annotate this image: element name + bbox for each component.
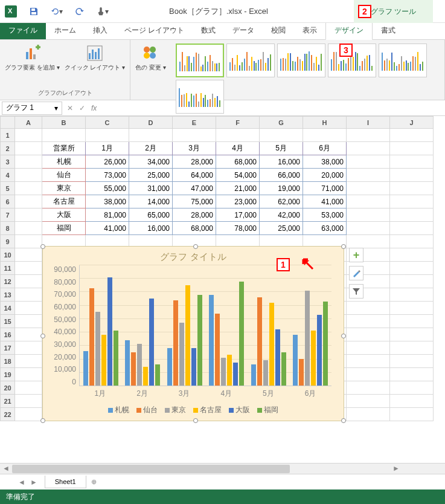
sheet-nav-prev-icon[interactable]: ◄: [18, 478, 25, 486]
chart-bar[interactable]: [281, 352, 286, 386]
chart-bar[interactable]: [137, 344, 142, 386]
cell[interactable]: [390, 129, 434, 142]
cell[interactable]: [347, 315, 390, 328]
cell[interactable]: [15, 208, 42, 222]
row-header[interactable]: 4: [1, 169, 15, 182]
worksheet-grid[interactable]: ABCDEFGHIJ12営業所1月2月3月4月5月6月3札幌26,00034,0…: [0, 116, 445, 463]
column-header[interactable]: B: [42, 117, 86, 129]
column-header[interactable]: F: [216, 117, 260, 129]
cell[interactable]: [260, 129, 303, 142]
chart-bar[interactable]: [114, 331, 118, 386]
chart-styles-button[interactable]: [349, 266, 363, 280]
chart-style-thumb[interactable]: [176, 80, 224, 114]
chart-bar[interactable]: [323, 302, 328, 386]
chart-bar[interactable]: [179, 323, 184, 386]
cell[interactable]: 64,000: [173, 169, 216, 182]
selection-handle[interactable]: [341, 244, 346, 249]
row-header[interactable]: 9: [1, 235, 15, 248]
chart-bar[interactable]: [251, 364, 256, 386]
cell[interactable]: 42,000: [260, 208, 303, 222]
row-header[interactable]: 10: [1, 248, 15, 262]
cell[interactable]: [390, 408, 434, 421]
enter-icon[interactable]: ✓: [79, 104, 85, 112]
cell[interactable]: 名古屋: [42, 195, 86, 208]
excel-app-icon[interactable]: [5, 5, 17, 18]
new-sheet-button[interactable]: ⊕: [86, 476, 101, 488]
row-header[interactable]: 3: [1, 155, 15, 169]
cell[interactable]: 21,000: [216, 182, 260, 195]
row-header[interactable]: 17: [1, 341, 15, 355]
quick-layout-button[interactable]: クイック レイアウト ▾: [63, 42, 127, 73]
tab-page-layout[interactable]: ページ レイアウト: [116, 22, 193, 39]
chart-bar[interactable]: [131, 352, 136, 386]
chart-bar[interactable]: [317, 315, 322, 386]
chart-bar[interactable]: [89, 288, 94, 386]
cell[interactable]: [390, 142, 434, 155]
touch-mode-icon[interactable]: ▾: [97, 5, 109, 18]
cell[interactable]: 38,000: [303, 155, 347, 169]
cell[interactable]: [15, 182, 42, 195]
cell[interactable]: 41,000: [303, 195, 347, 208]
chart-bar[interactable]: [149, 299, 154, 386]
row-header[interactable]: 7: [1, 208, 15, 222]
chart-bar[interactable]: [221, 358, 226, 386]
cell[interactable]: 23,000: [216, 195, 260, 208]
cell[interactable]: [390, 235, 434, 248]
cell[interactable]: 大阪: [42, 208, 86, 222]
selection-handle[interactable]: [40, 334, 45, 338]
add-chart-element-button[interactable]: グラフ要素 を追加 ▾: [4, 42, 61, 73]
cell[interactable]: [15, 381, 42, 395]
cell[interactable]: [347, 368, 390, 381]
chart-bar[interactable]: [197, 295, 202, 386]
cell[interactable]: 2月: [129, 142, 173, 155]
cell[interactable]: 78,000: [216, 222, 260, 235]
chart-bar[interactable]: [227, 355, 232, 386]
cell[interactable]: 東京: [42, 182, 86, 195]
cell[interactable]: [15, 248, 42, 262]
column-header[interactable]: J: [390, 117, 434, 129]
cell[interactable]: 47,000: [173, 182, 216, 195]
cell[interactable]: [347, 142, 390, 155]
cell[interactable]: 25,000: [129, 169, 173, 182]
cell[interactable]: [390, 341, 434, 355]
cell[interactable]: [86, 129, 129, 142]
cell[interactable]: [347, 302, 390, 315]
row-header[interactable]: 13: [1, 288, 15, 302]
select-all-cell[interactable]: [1, 117, 15, 129]
cell[interactable]: 34,000: [129, 155, 173, 169]
row-header[interactable]: 18: [1, 355, 15, 368]
chart-bar[interactable]: [191, 348, 196, 386]
chart-bar[interactable]: [101, 335, 106, 386]
cell[interactable]: [390, 328, 434, 341]
save-icon[interactable]: [28, 5, 40, 18]
cell[interactable]: [390, 368, 434, 381]
cell[interactable]: [15, 155, 42, 169]
cell[interactable]: 66,000: [260, 169, 303, 182]
cell[interactable]: [390, 381, 434, 395]
chart-bar[interactable]: [173, 300, 178, 386]
cell[interactable]: [347, 182, 390, 195]
row-header[interactable]: 2: [1, 142, 15, 155]
column-header[interactable]: A: [15, 117, 42, 129]
selection-handle[interactable]: [40, 418, 45, 423]
cell[interactable]: [390, 155, 434, 169]
row-header[interactable]: 15: [1, 315, 15, 328]
row-header[interactable]: 12: [1, 275, 15, 288]
cell[interactable]: 3月: [173, 142, 216, 155]
row-header[interactable]: 5: [1, 182, 15, 195]
cell[interactable]: [15, 328, 42, 341]
cell[interactable]: 14,000: [129, 195, 173, 208]
cell[interactable]: [390, 315, 434, 328]
selection-handle[interactable]: [193, 244, 198, 249]
sheet-tab[interactable]: Sheet1: [45, 476, 86, 488]
chart-bar[interactable]: [311, 331, 316, 386]
cell[interactable]: [15, 408, 42, 421]
cell[interactable]: [390, 302, 434, 315]
cell[interactable]: 54,000: [216, 169, 260, 182]
cancel-icon[interactable]: ✕: [67, 104, 73, 112]
cell[interactable]: 55,000: [86, 182, 129, 195]
cell[interactable]: 5月: [260, 142, 303, 155]
tab-insert[interactable]: 挿入: [85, 22, 116, 39]
cell[interactable]: 20,000: [303, 169, 347, 182]
cell[interactable]: [15, 288, 42, 302]
